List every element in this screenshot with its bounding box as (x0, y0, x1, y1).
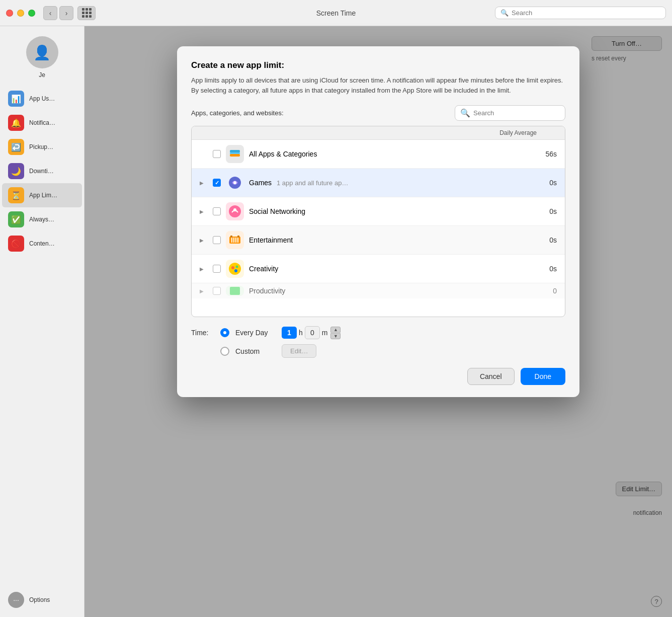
games-expand-arrow[interactable]: ▶ (200, 180, 208, 186)
app-usage-icon: 📊 (8, 91, 24, 107)
games-checkbox[interactable] (213, 179, 221, 187)
entertainment-expand-arrow[interactable]: ▶ (200, 238, 208, 243)
sidebar-item-app-usage[interactable]: 📊 App Us… (2, 87, 82, 111)
table-row[interactable]: ▶ All Apps & Categories (192, 140, 565, 169)
modal-search-input[interactable] (473, 109, 560, 117)
main-layout: 👤 Je 📊 App Us… 🔔 Notifica… ↩️ Pickup… 🌙 … (0, 26, 672, 617)
custom-edit-button[interactable]: Edit… (282, 344, 316, 358)
every-day-label: Every Day (235, 329, 276, 337)
close-button[interactable] (6, 10, 13, 17)
time-stepper[interactable]: ▲ ▼ (330, 327, 341, 339)
time-label: Time: (191, 329, 214, 337)
games-name: Games 1 app and all future ap… (249, 179, 532, 187)
social-name: Social Networking (249, 207, 532, 215)
maximize-button[interactable] (28, 10, 35, 17)
done-button[interactable]: Done (521, 368, 565, 385)
search-icon: 🔍 (500, 9, 509, 17)
search-input[interactable] (512, 9, 660, 17)
entertainment-checkbox[interactable] (213, 236, 221, 244)
window-title: Screen Time (316, 9, 356, 17)
options-item[interactable]: ··· Options (6, 589, 78, 611)
modal-description: App limits apply to all devices that are… (191, 75, 565, 95)
time-section: Time: Every Day 1 h 0 m ▲ ▼ (191, 326, 565, 358)
hours-value[interactable]: 1 (282, 327, 297, 339)
options-label: Options (29, 596, 50, 603)
table-row[interactable]: ▶ Productivity 0 (192, 283, 565, 298)
productivity-expand-arrow[interactable]: ▶ (200, 288, 208, 294)
svg-point-17 (234, 269, 237, 272)
titlebar-search[interactable]: 🔍 (495, 7, 666, 19)
forward-button[interactable]: › (59, 6, 73, 20)
svg-rect-9 (237, 236, 239, 238)
sidebar-item-always-on[interactable]: ✅ Always… (2, 207, 82, 232)
social-time: 0s (537, 207, 557, 215)
all-apps-time: 56s (537, 150, 557, 158)
custom-row: Custom Edit… (191, 344, 565, 358)
stepper-up[interactable]: ▲ (330, 327, 341, 333)
back-button[interactable]: ‹ (43, 6, 57, 20)
modal-overlay: Create a new app limit: App limits apply… (85, 26, 672, 617)
minimize-button[interactable] (17, 10, 24, 17)
svg-point-15 (231, 266, 234, 269)
sidebar-item-content[interactable]: 🚫 Conten… (2, 232, 82, 256)
minutes-value[interactable]: 0 (305, 326, 320, 339)
svg-rect-8 (230, 236, 232, 238)
sidebar-item-app-limits[interactable]: ⏳ App Lim… (2, 183, 82, 207)
social-checkbox[interactable] (213, 207, 221, 215)
modal-search-field[interactable]: 🔍 (455, 105, 565, 121)
table-row[interactable]: ▶ (192, 226, 565, 255)
modal-search-row: Apps, categories, and websites: 🔍 (191, 105, 565, 121)
table-row[interactable]: ▶ Games 1 app and all future ap… 0s (192, 169, 565, 197)
social-expand-arrow[interactable]: ▶ (200, 209, 208, 214)
games-sub: 1 app and all future ap… (277, 179, 348, 187)
app-list-scroll[interactable]: ▶ All Apps & Categories (192, 140, 565, 314)
svg-rect-1 (230, 150, 240, 152)
custom-radio[interactable] (220, 347, 229, 356)
notifications-icon: 🔔 (8, 115, 24, 131)
svg-rect-7 (229, 237, 240, 244)
table-row[interactable]: ▶ Creativity 0s (192, 255, 565, 283)
entertainment-name: Entertainment (249, 236, 532, 244)
modal-title: Create a new app limit: (191, 60, 565, 70)
creativity-expand-arrow[interactable]: ▶ (200, 266, 208, 272)
sidebar-label-notifications: Notifica… (29, 119, 55, 126)
social-icon (226, 202, 244, 220)
games-time: 0s (537, 179, 557, 187)
time-input-group: 1 h 0 m ▲ ▼ (282, 326, 341, 339)
svg-rect-10 (231, 238, 232, 243)
table-row[interactable]: ▶ Social Networking 0s (192, 197, 565, 226)
downtime-icon: 🌙 (8, 163, 24, 179)
sidebar: 👤 Je 📊 App Us… 🔔 Notifica… ↩️ Pickup… 🌙 … (0, 26, 85, 617)
grid-icon (82, 8, 92, 18)
cancel-button[interactable]: Cancel (467, 368, 515, 385)
creativity-icon (226, 260, 244, 278)
hours-unit: h (299, 329, 303, 337)
grid-button[interactable] (77, 6, 96, 20)
productivity-checkbox[interactable] (213, 287, 221, 295)
creativity-checkbox[interactable] (213, 265, 221, 273)
stepper-down[interactable]: ▼ (330, 333, 341, 339)
sidebar-item-pickups[interactable]: ↩️ Pickup… (2, 135, 82, 159)
games-icon (226, 174, 244, 192)
svg-point-4 (233, 181, 236, 184)
every-day-radio[interactable] (220, 328, 229, 337)
minutes-unit: m (322, 329, 328, 337)
productivity-icon (226, 286, 244, 296)
all-apps-checkbox[interactable] (213, 150, 221, 158)
time-row-everyday: Time: Every Day 1 h 0 m ▲ ▼ (191, 326, 565, 339)
svg-point-14 (229, 263, 241, 275)
svg-rect-18 (230, 287, 240, 295)
traffic-lights (6, 10, 35, 17)
sidebar-label-app-limits: App Lim… (29, 192, 57, 199)
sidebar-item-notifications[interactable]: 🔔 Notifica… (2, 111, 82, 135)
creativity-name: Creativity (249, 265, 532, 273)
sidebar-label-downtime: Downti… (29, 168, 54, 175)
creativity-time: 0s (537, 265, 557, 273)
sidebar-footer: ··· Options (0, 583, 84, 617)
sidebar-item-downtime[interactable]: 🌙 Downti… (2, 159, 82, 183)
modal-footer: Cancel Done (191, 368, 565, 385)
custom-label: Custom (235, 347, 276, 355)
app-list-container: Daily Average ▶ (191, 126, 565, 317)
avatar: 👤 (26, 36, 58, 68)
app-list-header: Daily Average (192, 126, 565, 140)
